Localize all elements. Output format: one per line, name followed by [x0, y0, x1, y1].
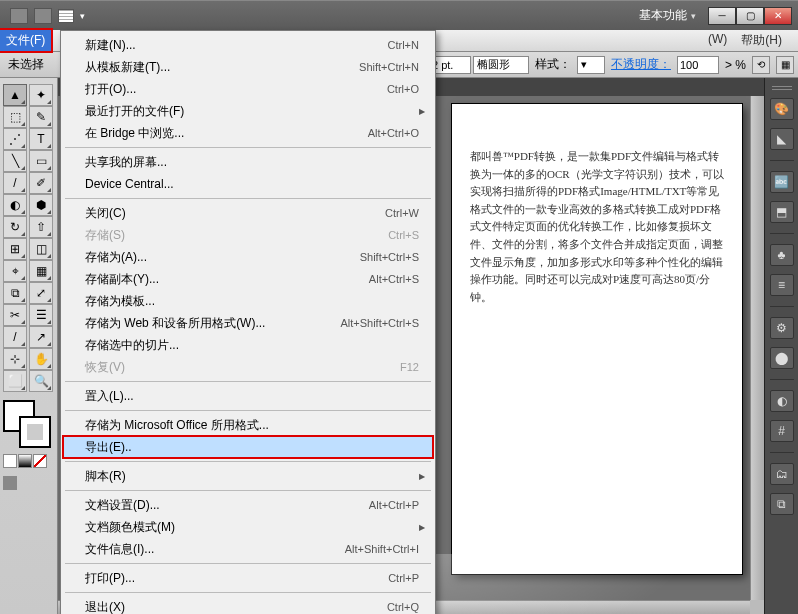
panel-icon[interactable]: ⬤ — [770, 347, 794, 369]
panel-icon[interactable]: ♣ — [770, 244, 794, 266]
panel-icon[interactable]: 🎨 — [770, 98, 794, 120]
menu-item[interactable]: 文档颜色模式(M) — [63, 516, 433, 538]
workspace-switcher[interactable]: 基本功能 ▾ — [639, 7, 696, 24]
tool-button[interactable]: ◫ — [29, 238, 53, 260]
tool-button[interactable]: ✐ — [29, 172, 53, 194]
menu-item[interactable]: 存储副本(Y)...Alt+Ctrl+S — [63, 268, 433, 290]
bridge-icon[interactable] — [34, 8, 52, 24]
menu-item[interactable]: 在 Bridge 中浏览...Alt+Ctrl+O — [63, 122, 433, 144]
panel-icon[interactable]: # — [770, 420, 794, 442]
tool-button[interactable]: ⊞ — [3, 238, 27, 260]
menu-item[interactable]: 脚本(R) — [63, 465, 433, 487]
menu-item[interactable]: 文件信息(I)...Alt+Shift+Ctrl+I — [63, 538, 433, 560]
menu-item-label: 最近打开的文件(F) — [85, 103, 419, 120]
tool-button[interactable]: ⧉ — [3, 282, 27, 304]
panel-grip[interactable] — [772, 84, 792, 90]
close-button[interactable]: ✕ — [764, 7, 792, 25]
screen-mode[interactable] — [3, 476, 17, 490]
tool-button[interactable]: ☰ — [29, 304, 53, 326]
menu-item[interactable]: 最近打开的文件(F) — [63, 100, 433, 122]
title-bar: ▾ 基本功能 ▾ ─ ▢ ✕ — [0, 0, 798, 30]
tool-button[interactable]: ✎ — [29, 106, 53, 128]
menu-item[interactable]: 导出(E).. — [63, 436, 433, 458]
tool-button[interactable]: ▦ — [29, 260, 53, 282]
tool-button[interactable]: ╲ — [3, 150, 27, 172]
tool-button[interactable]: / — [3, 172, 27, 194]
panel-icon[interactable]: ⬒ — [770, 201, 794, 223]
menu-separator — [65, 592, 431, 593]
tool-button[interactable]: ⬚ — [3, 106, 27, 128]
panel-icon[interactable]: ⧉ — [770, 493, 794, 515]
tool-button[interactable]: ⬜ — [3, 370, 27, 392]
style-dropdown[interactable]: ▾ — [577, 56, 605, 74]
menu-item[interactable]: 从模板新建(T)...Shift+Ctrl+N — [63, 56, 433, 78]
panel-icon[interactable]: ◐ — [770, 390, 794, 412]
menu-shortcut: Shift+Ctrl+S — [360, 251, 419, 263]
menu-separator — [65, 198, 431, 199]
panel-icon[interactable]: ◣ — [770, 128, 794, 150]
artboard[interactable]: 都叫兽™PDF转换，是一款集PDF文件编辑与格式转换为一体的多的OCR（光学文字… — [452, 104, 742, 574]
maximize-button[interactable]: ▢ — [736, 7, 764, 25]
tool-button[interactable]: ▭ — [29, 150, 53, 172]
menu-item[interactable]: 存储为(A)...Shift+Ctrl+S — [63, 246, 433, 268]
workspace-label: 基本功能 — [639, 7, 687, 24]
tool-button[interactable]: ↻ — [3, 216, 27, 238]
menu-item-label: 存储为模板... — [85, 293, 419, 310]
gradient-mode[interactable] — [18, 454, 32, 468]
tool-button[interactable]: ⬢ — [29, 194, 53, 216]
tool-button[interactable]: ⤢ — [29, 282, 53, 304]
tool-button[interactable]: T — [29, 128, 53, 150]
menu-separator — [65, 490, 431, 491]
tool-button[interactable]: ✋ — [29, 348, 53, 370]
menu-shortcut: Shift+Ctrl+N — [359, 61, 419, 73]
panel-icon[interactable]: ≡ — [770, 274, 794, 296]
menu-file[interactable]: 文件(F) — [0, 30, 51, 51]
tool-button[interactable]: ⇧ — [29, 216, 53, 238]
tool-button[interactable]: ↗ — [29, 326, 53, 348]
tool-button[interactable]: ▲ — [3, 84, 27, 106]
opacity-input[interactable] — [677, 56, 719, 74]
menu-item[interactable]: 存储为 Microsoft Office 所用格式... — [63, 414, 433, 436]
menu-item[interactable]: 置入(L)... — [63, 385, 433, 407]
color-swatches[interactable] — [3, 400, 51, 448]
menu-window[interactable]: (W) — [708, 32, 727, 49]
panel-icon[interactable]: 🔤 — [770, 171, 794, 193]
vertical-scrollbar[interactable] — [750, 96, 764, 600]
menu-item[interactable]: 退出(X)Ctrl+Q — [63, 596, 433, 614]
menu-item[interactable]: 共享我的屏幕... — [63, 151, 433, 173]
menu-shortcut: Alt+Shift+Ctrl+I — [345, 543, 419, 555]
menu-item[interactable]: 关闭(C)Ctrl+W — [63, 202, 433, 224]
tool-button[interactable]: 🔍 — [29, 370, 53, 392]
stroke-swatch[interactable] — [19, 416, 51, 448]
menu-item-label: 关闭(C) — [85, 205, 385, 222]
menu-item[interactable]: 打开(O)...Ctrl+O — [63, 78, 433, 100]
tool-button[interactable]: ✂ — [3, 304, 27, 326]
tool-button[interactable]: ◐ — [3, 194, 27, 216]
minimize-button[interactable]: ─ — [708, 7, 736, 25]
tool-button[interactable]: ✦ — [29, 84, 53, 106]
brush-dropdown[interactable]: 椭圆形 — [473, 56, 529, 74]
panel-icon[interactable]: 🗂 — [770, 463, 794, 485]
menu-help[interactable]: 帮助(H) — [741, 32, 782, 49]
menu-item[interactable]: 存储为模板... — [63, 290, 433, 312]
menu-item[interactable]: 打印(P)...Ctrl+P — [63, 567, 433, 589]
solid-mode[interactable] — [3, 454, 17, 468]
stroke-weight-field[interactable]: 椭圆形 — [429, 56, 529, 74]
menu-item[interactable]: 存储选中的切片... — [63, 334, 433, 356]
menu-item[interactable]: 存储为 Web 和设备所用格式(W)...Alt+Shift+Ctrl+S — [63, 312, 433, 334]
tool-button[interactable]: ⊹ — [3, 348, 27, 370]
tool-button[interactable]: ⌖ — [3, 260, 27, 282]
none-mode[interactable] — [33, 454, 47, 468]
arrange-docs-icon[interactable] — [58, 9, 74, 23]
reset-icon[interactable]: ⟲ — [752, 56, 770, 74]
opacity-label[interactable]: 不透明度： — [611, 56, 671, 73]
menu-shortcut: Ctrl+O — [387, 83, 419, 95]
tool-button[interactable]: / — [3, 326, 27, 348]
panel-icon[interactable]: ⚙ — [770, 317, 794, 339]
menu-item[interactable]: 文档设置(D)...Alt+Ctrl+P — [63, 494, 433, 516]
tool-button[interactable]: ⋰ — [3, 128, 27, 150]
menu-item[interactable]: Device Central... — [63, 173, 433, 195]
panel-icon[interactable]: ▦ — [776, 56, 794, 74]
menu-item-label: 新建(N)... — [85, 37, 388, 54]
menu-item[interactable]: 新建(N)...Ctrl+N — [63, 34, 433, 56]
